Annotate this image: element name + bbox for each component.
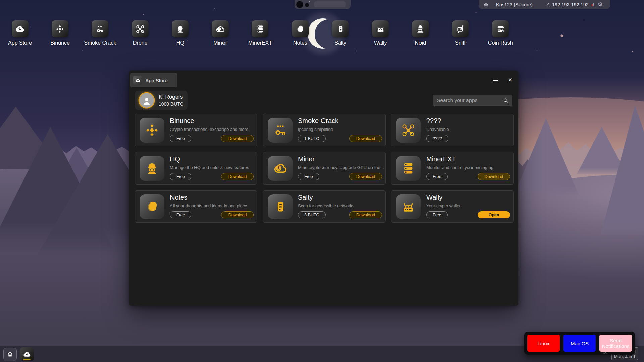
desktop-icon-minerext[interactable]: MinerEXT (240, 20, 280, 46)
desktop-icon-label: Binunce (50, 40, 70, 46)
download-button[interactable]: Download (221, 173, 254, 180)
desktop-icon-label: Notes (293, 40, 307, 46)
desktop-icon-label: Salty (334, 40, 346, 46)
app-description: Manage the HQ and unlock new features (170, 165, 249, 170)
ip-address: 192.192.192.192 (552, 0, 589, 9)
desktop-icon-noid[interactable]: Noid (400, 20, 440, 46)
network-globe-icon (483, 0, 489, 9)
servers-icon (396, 156, 421, 181)
settings-gear-icon[interactable]: ⚙ (598, 0, 603, 9)
salty-icon (332, 20, 349, 37)
signal-bars-icon (592, 0, 594, 9)
hq-icon (172, 20, 189, 37)
desktop-icon-salty[interactable]: Salty (320, 20, 360, 46)
window-tab-app-store[interactable]: App Store (130, 73, 177, 87)
app-card-salty: SaltyScan for accessible networks3 BUTCD… (263, 190, 386, 223)
desktop-icon-label: Sniff (455, 40, 466, 46)
desktop-icon-label: Miner (213, 40, 227, 46)
tray-expand-chevron[interactable] (603, 351, 608, 355)
app-card-notes: NotesAll your thoughts and ideas in one … (135, 190, 257, 223)
desktop-icon-smoke-crack[interactable]: Smoke Crack (80, 20, 120, 46)
desktop-icon-app-store[interactable]: App Store (0, 20, 40, 46)
app-card-minerext: MinerEXTMonitor and control your mining … (391, 152, 514, 185)
price-badge: 3 BUTC (298, 211, 326, 218)
desktop-icon-wally[interactable]: Wally (360, 20, 400, 46)
svg-text:C: C (501, 30, 503, 32)
servers-icon (252, 20, 268, 37)
slider-spark-dot (309, 1, 310, 2)
tray-date: Mon, Jan 1 (612, 354, 636, 359)
app-name: Smoke Crack (298, 117, 338, 125)
top-slider-widget[interactable] (295, 0, 351, 9)
app-name: Binunce (170, 117, 194, 125)
download-button[interactable]: Download (349, 135, 382, 142)
linux-button[interactable]: Linux (527, 335, 560, 352)
app-description: Monitor and control your mining rig (426, 165, 493, 170)
slider-knob[interactable] (296, 1, 303, 8)
miner-icon: B (212, 20, 229, 37)
desktop-icon-label: Wally (374, 40, 387, 46)
download-button[interactable]: Download (221, 211, 254, 218)
app-card-binunce: BinunceCrypto transactions, exchange and… (135, 114, 257, 146)
os-buttons-panel: LinuxMac OSSend Notifications (524, 332, 635, 355)
binance-icon (140, 118, 164, 143)
minimize-button[interactable] (493, 80, 498, 81)
price-badge: 1 BUTC (298, 135, 326, 142)
app-store-window: App Store ✕ K. Rogers 1000 BUTC BinunceC… (129, 71, 518, 306)
app-description: All your thoughts and ideas in one place (170, 203, 247, 208)
app-card-wally: WallyYour crypto walletFreeOpen (391, 190, 514, 223)
taskbar-app-store-button[interactable] (20, 347, 34, 361)
open-button[interactable]: Open (478, 211, 510, 218)
price-badge: Free (170, 211, 191, 218)
network-name: Kris123 (Secure) (496, 0, 533, 9)
download-button[interactable]: Download (349, 173, 382, 180)
app-description: Your crypto wallet (426, 203, 460, 208)
desktop-icon-coin-rush[interactable]: CCoin Rush (481, 20, 521, 46)
app-name: Notes (170, 194, 187, 201)
desktop-icon-drone[interactable]: Drone (120, 20, 160, 46)
close-button[interactable]: ✕ (508, 77, 512, 82)
appstore-icon (12, 20, 29, 37)
price-badge: Free (170, 135, 191, 142)
desktop-icon-label: Coin Rush (488, 40, 513, 46)
desktop-icon-sniff[interactable]: Sniff (440, 20, 480, 46)
price-badge: Free (426, 211, 448, 218)
avatar (139, 93, 154, 108)
search-input[interactable] (433, 95, 512, 106)
slider-track[interactable] (314, 1, 346, 7)
window-title: App Store (145, 77, 168, 83)
send-notifications-button[interactable]: Send Notifications (599, 335, 632, 352)
app-store-icon (133, 76, 142, 85)
wally-icon (396, 194, 421, 219)
user-name: K. Rogers (159, 94, 183, 100)
desktop-icon-notes[interactable]: Notes (280, 20, 320, 46)
desktop-icon-binunce[interactable]: Binunce (40, 20, 80, 46)
notes-icon (292, 20, 309, 37)
price-badge: ???? (426, 135, 448, 142)
app-card--: ????Unavailable???? (391, 114, 514, 146)
drone-icon (132, 20, 149, 37)
download-button[interactable]: Download (221, 135, 254, 142)
desktop-icon-label: HQ (176, 40, 184, 46)
miner-icon: B (268, 156, 293, 181)
desktop: Kris123 (Secure) 192.192.192.192 ⚙ App S… (0, 0, 644, 362)
app-name: Salty (298, 194, 313, 201)
app-card-miner: BMinerMine cryptocurrency. Upgrade GPU o… (263, 152, 386, 185)
hq-icon (140, 156, 164, 181)
app-name: ???? (426, 117, 441, 125)
svg-text:B: B (218, 28, 220, 31)
download-button[interactable]: Download (349, 211, 382, 218)
app-description: Mine cryptocurrency. Upgrade GPU on the.… (298, 165, 384, 170)
salty-icon (268, 194, 293, 219)
taskbar-home-button[interactable] (3, 348, 17, 361)
mac-os-button[interactable]: Mac OS (563, 335, 596, 352)
search-icon (503, 97, 509, 104)
desktop-icon-label: Smoke Crack (84, 40, 116, 46)
desktop-icon-miner[interactable]: BMiner (200, 20, 240, 46)
desktop-icon-hq[interactable]: HQ (160, 20, 200, 46)
download-button[interactable]: Download (478, 173, 510, 180)
wally-icon (372, 20, 389, 37)
binance-icon (52, 20, 68, 37)
app-name: HQ (170, 155, 180, 163)
price-badge: Free (298, 173, 319, 180)
